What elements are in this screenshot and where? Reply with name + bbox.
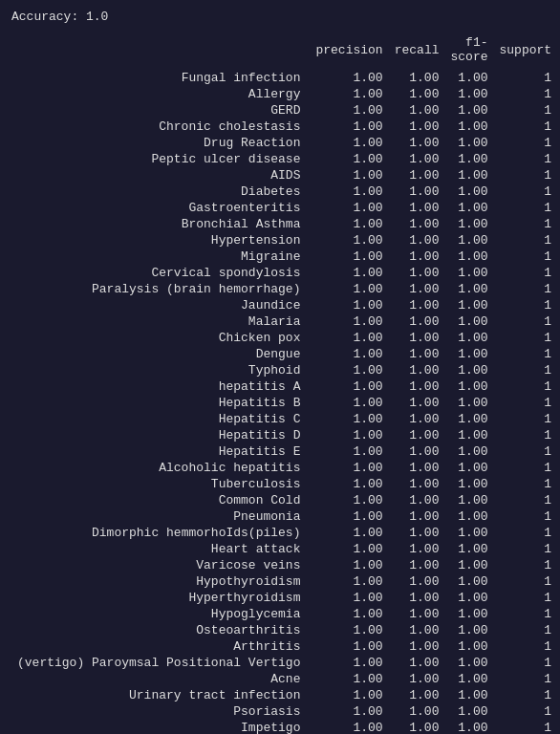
table-row: Hepatitis E1.001.001.001 xyxy=(11,443,557,460)
row-f1: 1.00 xyxy=(444,102,493,119)
row-support: 1 xyxy=(494,297,558,313)
row-precision: 1.00 xyxy=(310,378,388,395)
row-f1: 1.00 xyxy=(444,606,493,622)
row-support: 1 xyxy=(494,541,558,557)
row-support: 1 xyxy=(494,248,558,265)
row-support: 1 xyxy=(494,687,558,703)
row-recall: 1.00 xyxy=(389,265,445,281)
row-f1: 1.00 xyxy=(444,720,493,734)
row-f1: 1.00 xyxy=(444,687,493,703)
row-support: 1 xyxy=(494,460,558,476)
table-row: Osteoarthritis1.001.001.001 xyxy=(11,622,557,638)
row-label: Psoriasis xyxy=(11,703,310,720)
row-support: 1 xyxy=(494,281,558,297)
row-support: 1 xyxy=(494,427,558,443)
row-precision: 1.00 xyxy=(310,508,388,525)
row-label: AIDS xyxy=(11,167,310,184)
row-precision: 1.00 xyxy=(310,167,388,184)
row-f1: 1.00 xyxy=(444,541,493,557)
row-recall: 1.00 xyxy=(389,508,445,525)
row-recall: 1.00 xyxy=(389,703,445,720)
row-recall: 1.00 xyxy=(389,720,445,734)
row-precision: 1.00 xyxy=(310,119,388,135)
row-f1: 1.00 xyxy=(444,200,493,216)
row-recall: 1.00 xyxy=(389,541,445,557)
row-support: 1 xyxy=(494,476,558,492)
table-row: Dengue1.001.001.001 xyxy=(11,346,557,362)
row-label: Diabetes xyxy=(11,184,310,200)
table-row: Pneumonia1.001.001.001 xyxy=(11,508,557,525)
row-f1: 1.00 xyxy=(444,135,493,151)
row-label: Hepatitis E xyxy=(11,443,310,460)
row-label: Peptic ulcer disease xyxy=(11,151,310,167)
classification-report: precision recall f1-score support Fungal… xyxy=(11,35,557,734)
row-support: 1 xyxy=(494,606,558,622)
header-support: support xyxy=(494,35,558,70)
row-f1: 1.00 xyxy=(444,248,493,265)
row-f1: 1.00 xyxy=(444,427,493,443)
row-support: 1 xyxy=(494,135,558,151)
row-precision: 1.00 xyxy=(310,216,388,232)
row-recall: 1.00 xyxy=(389,86,445,102)
table-row: Hepatitis B1.001.001.001 xyxy=(11,395,557,411)
row-label: Allergy xyxy=(11,86,310,102)
table-row: Typhoid1.001.001.001 xyxy=(11,362,557,378)
row-label: Chicken pox xyxy=(11,330,310,346)
row-precision: 1.00 xyxy=(310,476,388,492)
row-label: Alcoholic hepatitis xyxy=(11,460,310,476)
table-row: Hepatitis C1.001.001.001 xyxy=(11,411,557,427)
row-f1: 1.00 xyxy=(444,216,493,232)
row-recall: 1.00 xyxy=(389,573,445,590)
table-row: Urinary tract infection1.001.001.001 xyxy=(11,687,557,703)
row-support: 1 xyxy=(494,411,558,427)
row-label: Hyperthyroidism xyxy=(11,590,310,606)
row-f1: 1.00 xyxy=(444,362,493,378)
row-f1: 1.00 xyxy=(444,232,493,248)
row-precision: 1.00 xyxy=(310,671,388,687)
table-row: Bronchial Asthma1.001.001.001 xyxy=(11,216,557,232)
row-label: Fungal infection xyxy=(11,70,310,86)
table-row: Jaundice1.001.001.001 xyxy=(11,297,557,313)
row-label: Hepatitis B xyxy=(11,395,310,411)
row-label: Typhoid xyxy=(11,362,310,378)
row-support: 1 xyxy=(494,86,558,102)
table-row: GERD1.001.001.001 xyxy=(11,102,557,119)
row-f1: 1.00 xyxy=(444,590,493,606)
row-recall: 1.00 xyxy=(389,606,445,622)
row-label: Jaundice xyxy=(11,297,310,313)
row-precision: 1.00 xyxy=(310,313,388,330)
row-precision: 1.00 xyxy=(310,443,388,460)
row-f1: 1.00 xyxy=(444,508,493,525)
row-precision: 1.00 xyxy=(310,248,388,265)
row-label: Heart attack xyxy=(11,541,310,557)
table-row: Psoriasis1.001.001.001 xyxy=(11,703,557,720)
row-recall: 1.00 xyxy=(389,557,445,573)
row-recall: 1.00 xyxy=(389,492,445,508)
row-f1: 1.00 xyxy=(444,119,493,135)
row-recall: 1.00 xyxy=(389,232,445,248)
row-precision: 1.00 xyxy=(310,606,388,622)
row-support: 1 xyxy=(494,119,558,135)
row-support: 1 xyxy=(494,200,558,216)
row-support: 1 xyxy=(494,573,558,590)
row-recall: 1.00 xyxy=(389,297,445,313)
row-precision: 1.00 xyxy=(310,557,388,573)
row-recall: 1.00 xyxy=(389,119,445,135)
row-label: Gastroenteritis xyxy=(11,200,310,216)
row-recall: 1.00 xyxy=(389,248,445,265)
row-support: 1 xyxy=(494,557,558,573)
row-recall: 1.00 xyxy=(389,638,445,655)
row-f1: 1.00 xyxy=(444,411,493,427)
row-recall: 1.00 xyxy=(389,443,445,460)
row-f1: 1.00 xyxy=(444,671,493,687)
row-precision: 1.00 xyxy=(310,427,388,443)
row-recall: 1.00 xyxy=(389,330,445,346)
table-row: Tuberculosis1.001.001.001 xyxy=(11,476,557,492)
row-recall: 1.00 xyxy=(389,525,445,541)
row-label: (vertigo) Paroymsal Positional Vertigo xyxy=(11,655,310,671)
row-precision: 1.00 xyxy=(310,655,388,671)
row-label: Cervical spondylosis xyxy=(11,265,310,281)
row-precision: 1.00 xyxy=(310,70,388,86)
row-support: 1 xyxy=(494,720,558,734)
table-row: hepatitis A1.001.001.001 xyxy=(11,378,557,395)
